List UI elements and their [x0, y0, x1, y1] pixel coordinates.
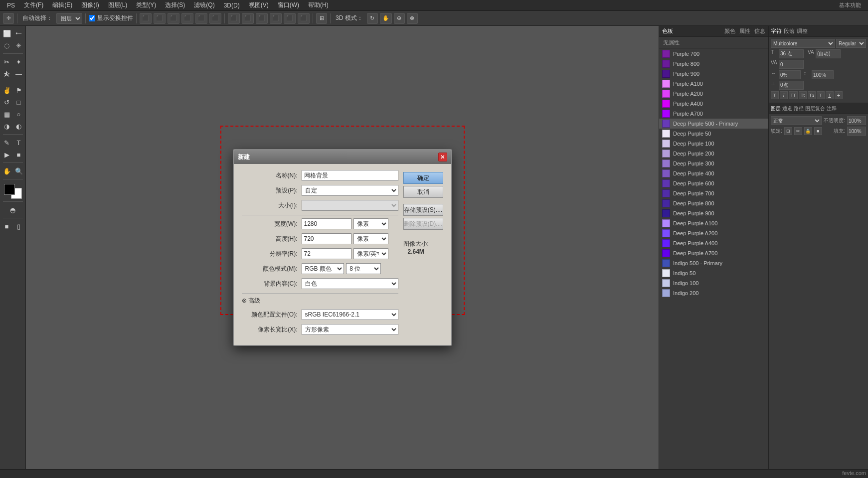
typo-allcaps-btn[interactable]: TT [789, 91, 798, 99]
distribute-middle-btn[interactable]: ⬛ [284, 13, 296, 24]
dialog-height-input[interactable] [302, 233, 351, 244]
menu-ps[interactable]: PS [3, 1, 19, 10]
dialog-color-depth-combo[interactable]: 8 位 [346, 263, 381, 274]
menu-layer[interactable]: 图层(L) [104, 0, 132, 10]
menu-view[interactable]: 视图(V) [245, 0, 273, 10]
layers-opacity-input[interactable] [847, 116, 866, 125]
typo-scale-v-input[interactable] [812, 70, 834, 79]
history-brush-tool[interactable]: ↺ [1, 97, 12, 108]
layers-tab-comp[interactable]: 图层复合 [805, 105, 825, 112]
color-list-item[interactable]: Deep Purple A100 [659, 218, 768, 228]
slice-tool[interactable]: ✦ [13, 56, 24, 67]
typo-tab-char[interactable]: 字符 [771, 27, 782, 35]
path-select-tool[interactable]: ▶ [1, 149, 12, 160]
color-list-item[interactable]: Indigo 50 [659, 268, 768, 278]
dialog-preset-combo[interactable]: 自定 [302, 185, 398, 196]
gradient-tool[interactable]: ▦ [1, 109, 12, 120]
color-list-item[interactable]: Purple A700 [659, 109, 768, 119]
typo-tab-adjust[interactable]: 调整 [797, 27, 808, 35]
zoom-tool[interactable]: 🔍 [13, 165, 24, 176]
color-list-item[interactable]: Deep Purple 400 [659, 168, 768, 178]
typo-bold-btn[interactable]: T [771, 91, 779, 99]
typo-size-input[interactable] [779, 49, 804, 58]
typo-baseline-input[interactable] [779, 81, 804, 90]
quick-mask-btn[interactable]: ◓ [7, 204, 18, 215]
color-panel-title[interactable]: 色板 [662, 27, 673, 35]
menu-image[interactable]: 图像(I) [77, 0, 103, 10]
color-list-item[interactable]: Deep Purple 500 - Primary [659, 119, 768, 129]
menu-help[interactable]: 帮助(H) [304, 0, 333, 10]
layers-fill-input[interactable] [847, 127, 866, 136]
typo-tracking-input[interactable] [779, 60, 804, 69]
dialog-cancel-button[interactable]: 取消 [403, 186, 443, 198]
menu-window[interactable]: 窗口(W) [274, 0, 303, 10]
dialog-ok-button[interactable]: 确定 [403, 172, 443, 184]
color-list-item[interactable]: Deep Purple 700 [659, 188, 768, 198]
color-list-item[interactable]: Indigo 200 [659, 288, 768, 298]
color-list-item[interactable]: Purple A100 [659, 79, 768, 89]
menu-select[interactable]: 选择(S) [161, 0, 189, 10]
distribute-bottom-btn[interactable]: ⬛ [298, 13, 310, 24]
3d-pan-btn[interactable]: ✋ [380, 13, 392, 24]
dialog-resolution-input[interactable] [302, 248, 351, 259]
3d-rotate-btn[interactable]: ↻ [367, 13, 378, 24]
dialog-resolution-unit[interactable]: 像素/英寸 [353, 248, 388, 259]
menu-3d[interactable]: 3D(D) [220, 1, 244, 10]
layers-blend-combo[interactable]: 正常 [771, 116, 822, 125]
distribute-left-btn[interactable]: ⬛ [228, 13, 240, 24]
align-center-btn[interactable]: ⬛ [154, 13, 166, 24]
dialog-close-button[interactable]: ✕ [438, 153, 447, 161]
typo-leading-input[interactable] [816, 49, 841, 58]
color-panel-tab-info[interactable]: 信息 [754, 27, 765, 35]
shape-tool[interactable]: ■ [13, 149, 24, 160]
layers-tab-notes[interactable]: 注释 [827, 105, 837, 112]
menu-type[interactable]: 类型(Y) [132, 0, 160, 10]
color-list-item[interactable]: Deep Purple 800 [659, 198, 768, 208]
dialog-color-profile-combo[interactable]: sRGB IEC61966-2.1 [302, 309, 398, 320]
move-tool-icon[interactable]: ✛ [3, 13, 14, 24]
layers-lock-move-btn[interactable]: ✏ [794, 127, 802, 135]
color-list-item[interactable]: Deep Purple 200 [659, 149, 768, 159]
dialog-size-combo[interactable] [302, 200, 398, 211]
brush-tool[interactable]: ✌ [1, 85, 12, 96]
color-list-item[interactable]: Purple A200 [659, 89, 768, 99]
auto-align-btn[interactable]: ⊞ [316, 13, 327, 24]
align-bottom-btn[interactable]: ⬛ [209, 13, 221, 24]
lasso-tool[interactable]: ◌ [1, 40, 12, 51]
typo-subscript-btn[interactable]: T [817, 91, 825, 99]
fg-color-swatch[interactable] [4, 184, 15, 195]
dialog-save-preset-button[interactable]: 存储预设(S).... [403, 204, 443, 216]
typo-smallcaps-btn[interactable]: Tt [799, 91, 807, 99]
eraser-tool[interactable]: □ [13, 97, 24, 108]
align-left-btn[interactable]: ⬛ [140, 13, 152, 24]
show-transform-label[interactable]: 显示变换控件 [89, 14, 133, 22]
color-list-item[interactable]: Purple 900 [659, 69, 768, 79]
crop-tool[interactable]: ✂ [1, 56, 12, 67]
align-right-btn[interactable]: ⬛ [168, 13, 179, 24]
typo-italic-btn[interactable]: T [780, 91, 788, 99]
typo-font-combo[interactable]: Multicolore [771, 39, 835, 48]
color-list-item[interactable]: Deep Purple 600 [659, 178, 768, 188]
typo-style-combo[interactable]: Regular [836, 39, 866, 48]
color-list-item[interactable]: Purple 800 [659, 59, 768, 69]
magic-wand-tool[interactable]: ✳ [13, 40, 24, 51]
eyedropper-tool[interactable]: ⯪ [1, 68, 12, 79]
distribute-center-btn[interactable]: ⬛ [242, 13, 254, 24]
burn-tool[interactable]: ◐ [13, 121, 24, 132]
color-panel-tab-attrs[interactable]: 属性 [739, 27, 750, 35]
text-tool[interactable]: T [13, 137, 24, 148]
clone-tool[interactable]: ⚑ [13, 85, 24, 96]
artboard-btn[interactable]: ▯ [13, 221, 24, 232]
menu-file[interactable]: 文件(F) [20, 0, 47, 10]
layers-lock-pos-btn[interactable]: 🔒 [804, 127, 812, 135]
menu-filter[interactable]: 滤镜(Q) [190, 0, 218, 10]
selection-tool[interactable]: ⬜ [1, 28, 12, 39]
dialog-pixel-ratio-combo[interactable]: 方形像素 [302, 324, 398, 335]
3d-walk-btn[interactable]: ⊗ [407, 13, 418, 24]
layers-tab-paths[interactable]: 路径 [794, 105, 804, 112]
layers-tab-channels[interactable]: 通道 [782, 105, 792, 112]
color-list-item[interactable]: Deep Purple 50 [659, 129, 768, 139]
typo-underline-btn[interactable]: T [826, 91, 834, 99]
color-list-item[interactable]: Indigo 100 [659, 278, 768, 288]
layers-tab-layers[interactable]: 图层 [771, 105, 781, 112]
